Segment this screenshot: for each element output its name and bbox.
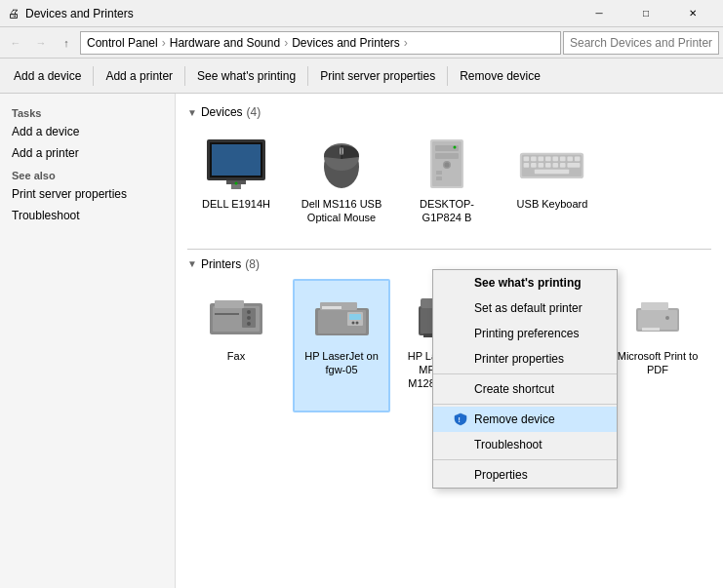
mouse-icon [307, 135, 376, 193]
left-nav-section-tasks: Tasks [0, 101, 175, 121]
section-divider [187, 249, 711, 250]
svg-rect-48 [322, 306, 341, 309]
print-server-properties-button[interactable]: Print server properties [310, 62, 445, 90]
minimize-button[interactable]: ─ [577, 0, 622, 27]
devices-grid: DELL E1914H [187, 127, 711, 233]
svg-text:!: ! [459, 416, 461, 423]
device-keyboard[interactable]: USB Keyboard [503, 127, 601, 233]
device-dell-mouse[interactable]: Dell MS116 USB Optical Mouse [293, 127, 390, 233]
title-bar-icon: 🖨 [8, 7, 20, 20]
svg-rect-50 [349, 314, 361, 320]
svg-rect-24 [545, 156, 551, 161]
toolbar-separator-4 [447, 66, 448, 86]
content-area: ▼ Devices (4) [176, 94, 723, 588]
toolbar-separator-3 [307, 66, 308, 86]
printers-chevron[interactable]: ▼ [187, 258, 197, 269]
svg-point-41 [247, 310, 251, 314]
ctx-sep-3 [433, 459, 617, 460]
svg-point-74 [665, 316, 669, 320]
device-hp-laserjet-fgw05[interactable]: HP LaserJet on fgw-05 [293, 279, 390, 412]
ctx-see-whats-printing[interactable]: See what's printing [433, 270, 617, 295]
svg-rect-36 [535, 169, 569, 174]
dell-monitor-label: DELL E1914H [202, 197, 270, 211]
up-button[interactable]: ↑ [55, 31, 78, 55]
search-input[interactable] [563, 31, 719, 55]
title-bar: 🖨 Devices and Printers ─ □ ✕ [0, 0, 723, 27]
toolbar: Add a device Add a printer See what's pr… [0, 59, 723, 94]
ctx-create-shortcut[interactable]: Create shortcut [433, 376, 617, 402]
close-button[interactable]: ✕ [670, 0, 715, 27]
svg-rect-73 [642, 328, 660, 331]
see-whats-printing-button[interactable]: See what's printing [187, 62, 305, 90]
properties-icon [453, 467, 468, 483]
svg-rect-72 [641, 302, 668, 310]
device-fax[interactable]: Fax [187, 279, 285, 412]
svg-rect-23 [539, 156, 544, 161]
left-nav-add-printer[interactable]: Add a printer [0, 142, 175, 164]
printer-props-icon [453, 351, 468, 367]
ms-print-pdf-label: Microsoft Print to PDF [617, 349, 699, 377]
ctx-printing-preferences[interactable]: Printing preferences [433, 321, 617, 346]
fax-label: Fax [227, 349, 245, 363]
ctx-printer-properties[interactable]: Printer properties [433, 346, 617, 372]
create-shortcut-icon [453, 381, 468, 397]
ctx-troubleshoot[interactable]: Troubleshoot [433, 432, 617, 457]
svg-rect-18 [436, 176, 442, 180]
ctx-remove-device[interactable]: ! Remove device [433, 407, 617, 432]
shield-icon: ! [453, 412, 468, 427]
keyboard-label: USB Keyboard [517, 197, 588, 211]
add-printer-button[interactable]: Add a printer [96, 62, 182, 90]
svg-point-5 [234, 181, 237, 184]
svg-rect-44 [215, 313, 239, 315]
svg-point-42 [247, 316, 251, 320]
back-button[interactable]: ← [4, 31, 27, 55]
left-nav-print-server[interactable]: Print server properties [0, 183, 175, 205]
svg-rect-1 [231, 184, 241, 189]
devices-label: Devices [201, 105, 243, 119]
main-area: Tasks Add a device Add a printer See als… [0, 94, 723, 588]
printing-prefs-icon [453, 326, 468, 341]
left-nav: Tasks Add a device Add a printer See als… [0, 94, 176, 588]
breadcrumb-hardware[interactable]: Hardware and Sound [170, 36, 280, 50]
svg-rect-27 [567, 156, 573, 161]
maximize-button[interactable]: □ [623, 0, 668, 27]
svg-rect-35 [567, 163, 580, 168]
toolbar-separator-1 [93, 66, 94, 86]
left-nav-troubleshoot[interactable]: Troubleshoot [0, 205, 175, 226]
hp-laserjet-fgw05-label: HP LaserJet on fgw-05 [301, 349, 382, 377]
svg-rect-28 [575, 156, 581, 161]
forward-button[interactable]: → [29, 31, 53, 55]
title-bar-controls: ─ □ ✕ [577, 0, 715, 27]
svg-rect-71 [638, 310, 677, 330]
printers-label: Printers [201, 257, 241, 271]
svg-point-16 [453, 145, 456, 148]
ctx-properties[interactable]: Properties [433, 462, 617, 488]
breadcrumb-devices[interactable]: Devices and Printers [292, 36, 400, 50]
ctx-sep-2 [433, 404, 617, 405]
left-nav-section-see-also: See also [0, 164, 175, 183]
svg-rect-33 [552, 163, 558, 168]
keyboard-icon [518, 135, 586, 193]
address-bar: ← → ↑ Control Panel › Hardware and Sound… [0, 27, 723, 59]
devices-chevron[interactable]: ▼ [187, 107, 197, 118]
ctx-set-default[interactable]: Set as default printer [433, 295, 617, 321]
svg-point-43 [247, 322, 251, 326]
svg-rect-34 [560, 163, 566, 168]
see-whats-printing-icon [453, 275, 468, 291]
ctx-sep-1 [433, 373, 617, 374]
left-nav-add-device[interactable]: Add a device [0, 121, 175, 142]
add-device-button[interactable]: Add a device [4, 62, 91, 90]
device-desktop[interactable]: DESKTOP-G1P824 B [398, 127, 496, 233]
devices-section-header: ▼ Devices (4) [187, 105, 711, 119]
device-ms-print-pdf[interactable]: Microsoft Print to PDF [609, 279, 706, 412]
breadcrumb-control-panel[interactable]: Control Panel [87, 36, 158, 50]
fax-icon [202, 287, 270, 345]
device-dell-monitor[interactable]: DELL E1914H [187, 127, 285, 233]
devices-count: (4) [247, 105, 261, 119]
hp-laserjet-icon [307, 287, 376, 345]
svg-rect-22 [531, 156, 537, 161]
svg-rect-25 [552, 156, 558, 161]
svg-rect-26 [560, 156, 566, 161]
svg-rect-39 [215, 300, 244, 308]
remove-device-button[interactable]: Remove device [450, 62, 550, 90]
